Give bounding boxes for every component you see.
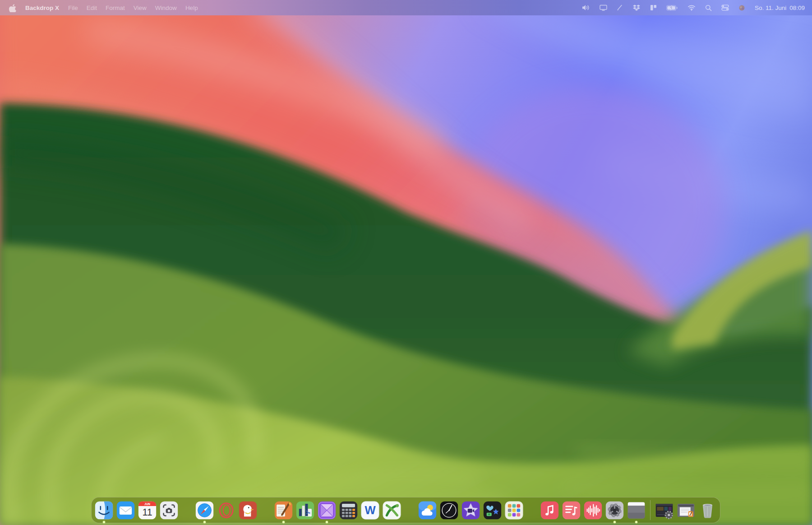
window-tiles-icon[interactable] [650,5,657,11]
screenshot-icon [160,501,178,520]
active-app-name[interactable]: Backdrop X [25,5,59,11]
dock-item-finder[interactable] [95,501,113,520]
safari-icon [195,501,214,520]
app-dot-icon[interactable] [738,5,745,11]
dock-item-calculator[interactable] [339,501,358,520]
dock-item-notes-orange[interactable] [274,501,293,520]
playlist-icon [562,501,581,520]
dock-item-trash[interactable] [698,501,717,520]
music-icon [540,501,559,520]
dock-spacer [181,501,192,520]
dock-item-window-light[interactable] [677,501,695,520]
dock-item-music[interactable] [540,501,559,520]
dock-item-safari[interactable] [195,501,214,520]
menu-view[interactable]: View [134,5,147,11]
running-indicator [326,521,328,523]
dock-item-waveform[interactable] [584,501,602,520]
menu-bar: Backdrop X FileEditFormatViewWindowHelp … [0,0,812,15]
svg-text:11: 11 [142,507,152,518]
excel-icon [383,501,401,520]
stickers-icon [483,501,502,520]
wifi-icon[interactable] [687,5,696,11]
dock-item-screen-share[interactable] [627,501,646,520]
volume-icon[interactable] [582,5,590,11]
duckduckgo-icon [239,501,257,520]
weather-icon [418,501,437,520]
dock-divider [650,500,651,520]
dock-item-window-dark[interactable] [655,501,674,520]
dock-item-charts[interactable] [296,501,314,520]
control-center-icon[interactable] [721,5,729,11]
waveform-icon [584,501,602,520]
dock-item-excel[interactable] [383,501,401,520]
display-icon[interactable] [600,5,607,11]
menu-help[interactable]: Help [185,5,198,11]
wallpaper-sonoma [0,0,812,525]
dock-item-app-grid[interactable] [505,501,523,520]
opera-icon [217,501,235,520]
dock-item-weather[interactable] [418,501,437,520]
dock-item-duckduckgo[interactable] [239,501,257,520]
window-dark-icon [655,501,674,520]
menu-edit[interactable]: Edit [87,5,97,11]
word-icon: W [361,501,379,520]
mail-icon [116,501,135,520]
menu-file[interactable]: File [68,5,78,11]
desktop: Backdrop X FileEditFormatViewWindowHelp … [0,0,812,525]
pencil-icon[interactable] [617,5,623,11]
clock-icon [440,501,458,520]
dock-spacer [404,501,415,520]
imovie-icon [461,501,480,520]
running-indicator [103,521,105,523]
finder-icon [95,501,113,520]
dock-item-opera[interactable] [217,501,235,520]
settings-icon [605,501,624,520]
app-grid-icon [505,501,523,520]
dock: JUN11W [91,497,720,523]
search-icon[interactable] [705,5,712,11]
dock-item-affinity-photo[interactable] [318,501,336,520]
dock-item-mail[interactable] [116,501,135,520]
dock-item-calendar[interactable]: JUN11 [138,501,157,520]
charts-icon [296,501,314,520]
dock-item-clock[interactable] [440,501,458,520]
svg-text:W: W [364,504,376,516]
apple-menu-icon[interactable] [9,4,16,12]
menubar-clock[interactable]: 08:09 [789,5,805,11]
dock-item-screenshot[interactable] [160,501,178,520]
running-indicator [614,521,616,523]
notes-orange-icon [274,501,293,520]
menubar-date[interactable]: So. 11. Juni [755,5,786,11]
dock-spacer [260,501,271,520]
dock-item-stickers[interactable] [483,501,502,520]
affinity-photo-icon [318,501,336,520]
battery-charging-icon[interactable] [666,5,678,11]
screen-share-icon [627,501,646,520]
calendar-icon: JUN11 [138,501,157,520]
running-indicator [635,521,637,523]
dropbox-icon[interactable] [632,5,641,11]
running-indicator [203,521,206,523]
svg-text:JUN: JUN [144,502,150,505]
dock-spacer [526,501,537,520]
trash-icon [698,501,717,520]
menu-window[interactable]: Window [155,5,177,11]
dock-item-imovie[interactable] [461,501,480,520]
calculator-icon [339,501,358,520]
dock-item-word[interactable]: W [361,501,379,520]
running-indicator [282,521,285,523]
dock-item-playlist[interactable] [562,501,581,520]
menu-format[interactable]: Format [106,5,125,11]
window-light-icon [677,501,695,520]
dock-item-settings[interactable] [605,501,624,520]
